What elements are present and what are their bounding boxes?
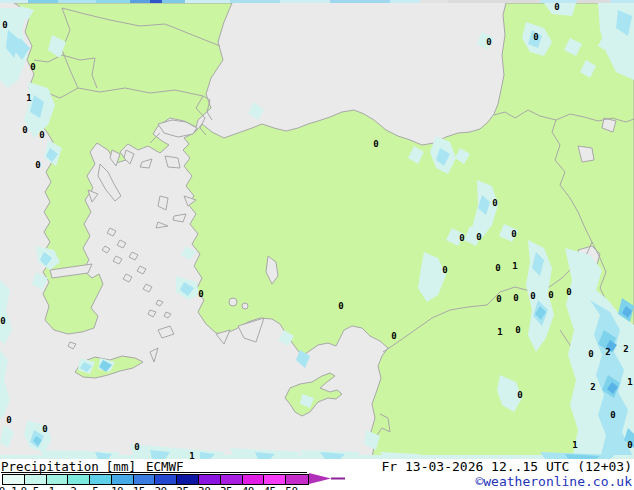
precip-value-label: 0 [30,62,35,72]
legend-tick-label: 0.1 [0,485,17,490]
legend-color-segment [264,475,286,484]
legend-parameter: Precipitation [1,459,99,474]
legend-tick-label: 2 [70,485,76,490]
weather-map-screenshot: 0010000000000000000100100000001002221000… [0,0,634,490]
precip-value-label: 0 [6,415,11,425]
precip-value-label: 0 [533,32,538,42]
forecast-datetime: Fr 13-03-2026 12..15 UTC (12+03) [382,459,632,474]
legend-units: [mm] [106,459,136,474]
precip-value-label: 1 [512,261,517,271]
legend-tick-label: 10 [111,485,123,490]
legend-tick-label: 50 [285,485,297,490]
precip-value-label: 0 [495,263,500,273]
precipitation-map: 0010000000000000000100100000001002221000… [0,0,634,459]
precip-value-label: 0 [496,294,501,304]
precip-value-label: 0 [492,198,497,208]
top-edge-strip [0,0,634,3]
legend-color-segment [90,475,112,484]
precip-value-label: 0 [548,290,553,300]
precip-value-label: 0 [442,265,447,275]
copyright-link[interactable]: ©weatheronline.co.uk [475,474,632,489]
precip-value-label: 0 [2,20,7,30]
legend-color-segment [243,475,265,484]
legend-tick-label: 15 [133,485,145,490]
precip-value-label: 1 [572,440,577,450]
precip-value-label: 1 [26,93,31,103]
precip-value-label: 1 [497,327,502,337]
precip-value-label: 2 [590,382,595,392]
legend-color-segment [134,475,156,484]
precip-value-label: 0 [530,291,535,301]
precip-value-label: 0 [391,331,396,341]
legend-color-segment [155,475,177,484]
legend-tick-label: 0.5 [21,485,39,490]
legend-tick-label: 25 [176,485,188,490]
legend-color-segment [3,475,25,484]
precip-value-label: 2 [623,344,628,354]
precip-value-label: 0 [511,229,516,239]
legend-tick-label: 35 [220,485,232,490]
precip-value-label: 0 [373,139,378,149]
legend-title: Precipitation[mm]ECMWF [1,459,307,473]
precip-value-label: 0 [515,325,520,335]
precip-value-label: 0 [554,2,559,12]
legend-color-segment [221,475,243,484]
precip-value-label: 1 [189,451,194,460]
legend-model: ECMWF [146,459,184,474]
precip-value-label: 0 [0,316,5,326]
legend-color-segment [47,475,69,484]
precip-value-label: 0 [42,424,47,434]
legend-footer: Precipitation[mm]ECMWF 0.10.512510152025… [0,459,634,490]
legend-color-segment [199,475,221,484]
legend-tick-label: 1 [49,485,55,490]
precip-value-label: 1 [627,377,632,387]
legend-tick-label: 45 [263,485,275,490]
precip-value-label: 0 [486,37,491,47]
legend-color-segment [112,475,134,484]
legend-tick-label: 30 [198,485,210,490]
precip-value-label: 0 [338,301,343,311]
precip-value-label: 0 [134,442,139,452]
legend-tick-label: 5 [92,485,98,490]
precip-value-label: 0 [610,410,615,420]
legend-color-segment [177,475,199,484]
precip-value-label: 0 [22,125,27,135]
legend-color-segment [68,475,90,484]
legend-tick-label: 40 [242,485,254,490]
precip-value-label: 0 [476,232,481,242]
legend-tick-label: 20 [154,485,166,490]
precip-value-label: 0 [627,440,632,450]
precip-value-label: 0 [39,130,44,140]
precip-value-label: 2 [605,347,610,357]
legend-color-segment [286,475,308,484]
precip-value-label: 0 [517,390,522,400]
legend-color-segment [25,475,47,484]
precip-value-label: 0 [459,233,464,243]
legend-tick-labels: 0.10.5125101520253035404550 [0,485,340,490]
precip-value-label: 0 [566,287,571,297]
colorbar-arrow [309,472,349,485]
precip-value-label: 0 [588,349,593,359]
precip-value-label: 0 [198,289,203,299]
precip-value-label: 0 [35,160,40,170]
legend-colorbar [2,474,309,485]
precip-value-label: 0 [513,293,518,303]
